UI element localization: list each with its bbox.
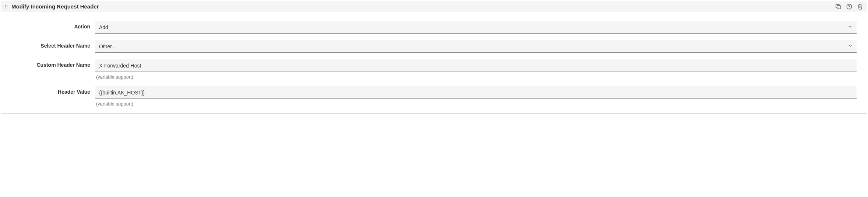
chevron-down-icon bbox=[848, 43, 853, 49]
header-value-hint: (variable support) bbox=[95, 101, 857, 107]
header-value-input[interactable] bbox=[99, 90, 853, 96]
chevron-down-icon bbox=[848, 24, 853, 30]
custom-header-hint: (variable support) bbox=[95, 74, 857, 80]
action-select[interactable]: Add bbox=[95, 21, 857, 34]
svg-point-4 bbox=[5, 7, 6, 8]
label-action: Action bbox=[11, 21, 95, 30]
svg-point-3 bbox=[7, 6, 7, 7]
svg-point-1 bbox=[7, 5, 7, 6]
panel-title: Modify Incoming Request Header bbox=[11, 3, 835, 10]
custom-header-name-field-wrap bbox=[95, 59, 857, 72]
header-actions bbox=[835, 3, 864, 10]
select-header-name-select[interactable]: Other... bbox=[95, 40, 857, 53]
row-action: Action Add bbox=[11, 21, 857, 34]
svg-rect-6 bbox=[837, 6, 840, 9]
row-custom-header: Custom Header Name (variable support) bbox=[11, 59, 857, 80]
svg-point-0 bbox=[5, 5, 6, 6]
panel-header: Modify Incoming Request Header bbox=[1, 1, 867, 12]
help-icon[interactable] bbox=[846, 3, 853, 10]
custom-header-name-input[interactable] bbox=[99, 63, 853, 69]
svg-point-2 bbox=[5, 6, 6, 7]
label-select-header: Select Header Name bbox=[11, 40, 95, 49]
row-select-header: Select Header Name Other... bbox=[11, 40, 857, 53]
delete-icon[interactable] bbox=[857, 3, 864, 10]
svg-point-5 bbox=[7, 7, 7, 8]
action-select-value: Add bbox=[99, 24, 845, 30]
copy-icon[interactable] bbox=[835, 3, 842, 10]
select-header-name-value: Other... bbox=[99, 44, 845, 49]
label-header-value: Header Value bbox=[11, 86, 95, 95]
modify-header-panel: Modify Incoming Request Header bbox=[1, 1, 867, 114]
svg-point-8 bbox=[849, 8, 849, 8]
drag-handle-icon[interactable] bbox=[4, 4, 8, 9]
panel-body: Action Add Select Header Name Other... bbox=[1, 12, 867, 113]
label-custom-header: Custom Header Name bbox=[11, 59, 95, 68]
header-value-field-wrap bbox=[95, 86, 857, 99]
row-header-value: Header Value (variable support) bbox=[11, 86, 857, 107]
